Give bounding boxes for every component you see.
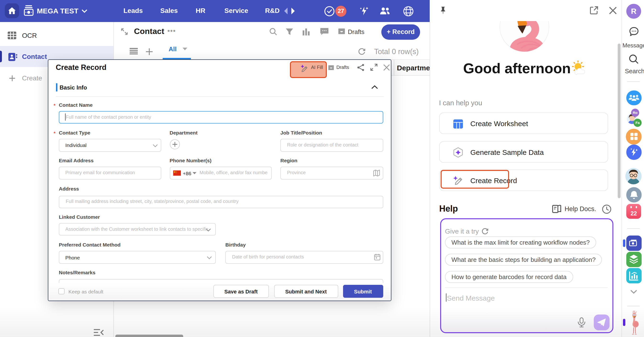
svg-text:22: 22	[630, 210, 637, 217]
